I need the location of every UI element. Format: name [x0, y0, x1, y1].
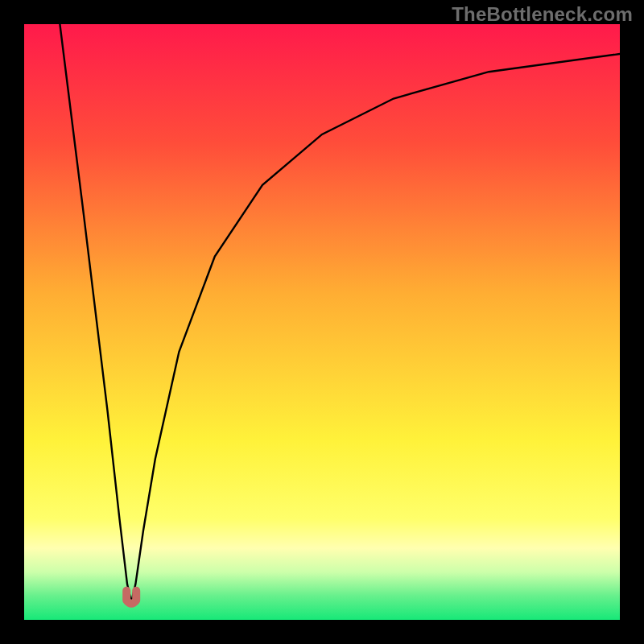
chart-frame: TheBottleneck.com — [0, 0, 644, 644]
gradient-background — [24, 24, 620, 620]
bottleneck-chart — [24, 24, 620, 620]
watermark-text: TheBottleneck.com — [452, 3, 633, 26]
